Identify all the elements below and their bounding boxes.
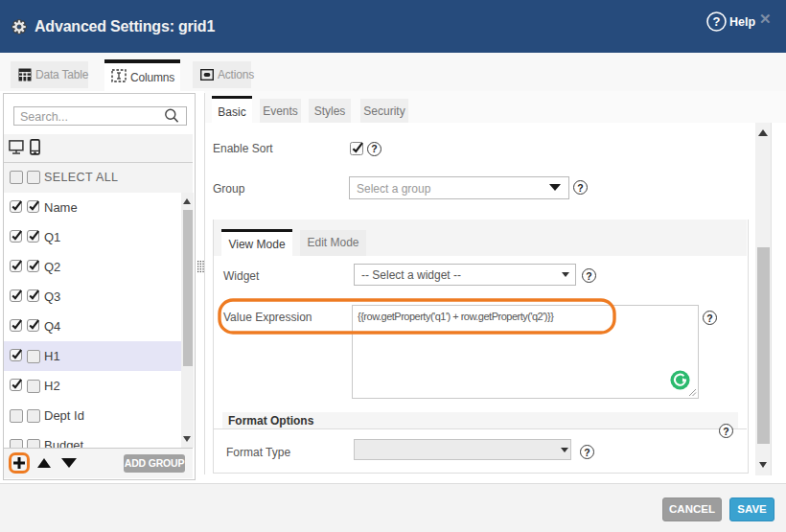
svg-text:?: ? — [713, 14, 721, 29]
